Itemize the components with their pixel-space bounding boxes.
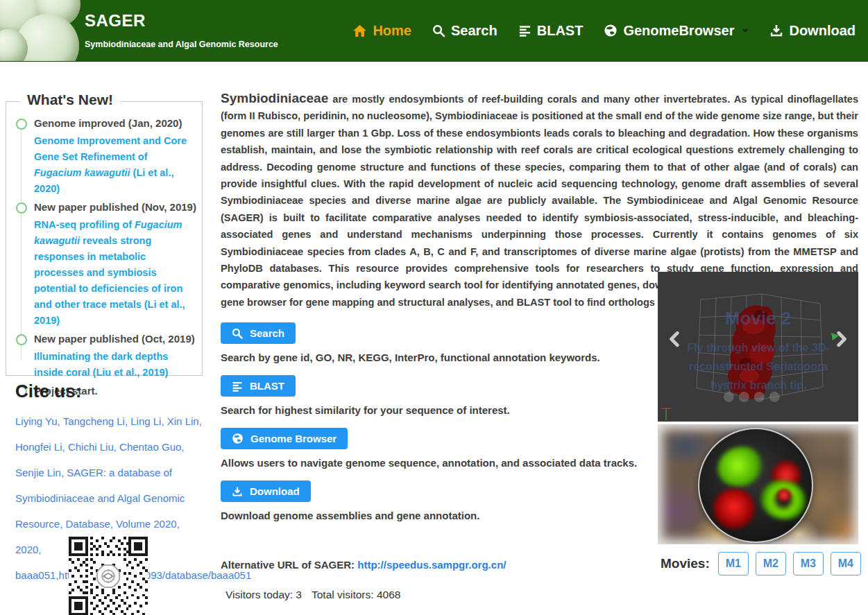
nav-download-label: Download (789, 23, 856, 39)
cite-us-title: Cite us: (15, 381, 81, 402)
movies-row: Movies: M1 M2 M3 M4 (661, 552, 861, 575)
nav-home-label: Home (373, 23, 411, 39)
news-item: New paper published (Oct, 2019) Illumina… (6, 333, 196, 381)
news-link-text: Illuminating the dark depths inside cora… (34, 351, 168, 378)
carousel-movie-title: Movie 2 (658, 308, 858, 329)
carousel-movie-caption: Fly through view of the 3D-reconstructed… (681, 338, 835, 395)
news-link-text: reveals strong responses in metabolic pr… (34, 235, 185, 326)
chromosome-fish-inset (698, 428, 813, 543)
page: SAGER Symbiodiniaceae and Algal Genomic … (0, 0, 868, 615)
carousel-next-arrow-icon[interactable] (832, 330, 850, 351)
news-item: New paper published (Nov, 2019) RNA-seq … (6, 201, 196, 329)
whats-new-panel: What's New! Genome improved (Jan, 2020) … (6, 101, 203, 376)
search-icon (232, 328, 243, 339)
red-chromosome-blob (713, 489, 755, 529)
search-icon (432, 24, 445, 37)
news-item-title: New paper published (Nov, 2019) (34, 201, 196, 213)
blast-button[interactable]: BLAST (221, 375, 296, 397)
movie-m1-button[interactable]: M1 (718, 552, 749, 575)
news-link-text: RNA-seq profiling of (34, 219, 135, 230)
align-lines-icon (518, 24, 531, 37)
nav-genome-browser[interactable]: GenomeBrowser (604, 23, 749, 39)
green-chromosome-blob (713, 441, 768, 492)
carousel-prev-arrow-icon[interactable] (666, 330, 684, 351)
carousel-dot[interactable] (723, 392, 733, 402)
download-icon (232, 486, 243, 497)
visitors-today: Visitors today: 3 (225, 589, 302, 601)
carousel-dot[interactable] (754, 392, 764, 402)
alternative-url-label: Alternative URL of SAGER: (221, 559, 355, 571)
carousel-dot[interactable] (738, 392, 749, 402)
movie-m3-button[interactable]: M3 (793, 552, 824, 575)
site-logo (0, 0, 83, 61)
news-link-species: Fugacium kawagutii (34, 167, 130, 178)
news-item-link[interactable]: Illuminating the dark depths inside cora… (34, 349, 196, 381)
nav-blast[interactable]: BLAST (518, 23, 584, 39)
movie-m2-button[interactable]: M2 (756, 552, 786, 575)
carousel-dot[interactable] (769, 392, 779, 402)
site-subtitle: Symbiodiniaceae and Algal Genomic Resour… (85, 40, 278, 49)
chevron-down-icon (742, 29, 749, 33)
nav-home[interactable]: Home (352, 23, 411, 39)
blast-button-label: BLAST (250, 380, 284, 392)
timeline-dot-icon (16, 119, 27, 130)
download-button-label: Download (250, 485, 300, 497)
genome-browser-button[interactable]: Genome Browser (221, 428, 348, 449)
carousel-dots (723, 392, 779, 402)
qr-code (69, 537, 148, 615)
site-title: SAGER (85, 11, 146, 31)
news-item-title: Genome improved (Jan, 2020) (34, 117, 196, 129)
nav-search[interactable]: Search (432, 23, 497, 39)
download-icon (769, 24, 783, 37)
main-nav: Home Search BLAST GenomeBrowser (352, 0, 856, 61)
news-item-link[interactable]: RNA-seq profiling of Fugacium kawagutii … (34, 217, 196, 329)
timeline-dot-icon (16, 202, 27, 214)
news-item-link[interactable]: Genome Improvement and Core Gene Set Ref… (34, 133, 196, 197)
news-link-text: Genome Improvement and Core Gene Set Ref… (34, 135, 187, 162)
whats-new-list: Genome improved (Jan, 2020) Genome Impro… (6, 102, 196, 375)
nav-genome-browser-label: GenomeBrowser (623, 23, 734, 39)
home-icon (352, 24, 367, 38)
timeline-dot-icon (16, 334, 27, 345)
download-button[interactable]: Download (221, 480, 311, 502)
nav-blast-label: BLAST (537, 23, 584, 39)
movie-carousel: Movie 2 Fly through view of the 3D-recon… (658, 272, 858, 422)
visitor-counter: Visitors today: 3 Total visitors: 4068 (225, 589, 400, 601)
search-button[interactable]: Search (221, 322, 296, 344)
nav-download[interactable]: Download (769, 23, 856, 39)
movies-label: Movies: (661, 556, 710, 571)
globe-icon (232, 433, 244, 444)
genome-browser-button-label: Genome Browser (250, 433, 337, 444)
coral-reef-photo (658, 424, 858, 544)
total-visitors: Total visitors: 4068 (312, 589, 400, 601)
red-chromosome-blob (777, 489, 791, 501)
alternative-url-link[interactable]: http://speedus.sampgr.org.cn/ (357, 559, 506, 571)
intro-lead-word: Symbiodiniaceae (221, 91, 328, 105)
header: SAGER Symbiodiniaceae and Algal Genomic … (0, 0, 868, 62)
align-lines-icon (232, 381, 243, 392)
movie-m4-button[interactable]: M4 (831, 552, 861, 575)
news-item-title: New paper published (Oct, 2019) (34, 333, 196, 345)
globe-icon (604, 24, 618, 37)
search-button-label: Search (250, 327, 284, 339)
nav-search-label: Search (451, 23, 497, 39)
news-item: Genome improved (Jan, 2020) Genome Impro… (6, 117, 196, 197)
